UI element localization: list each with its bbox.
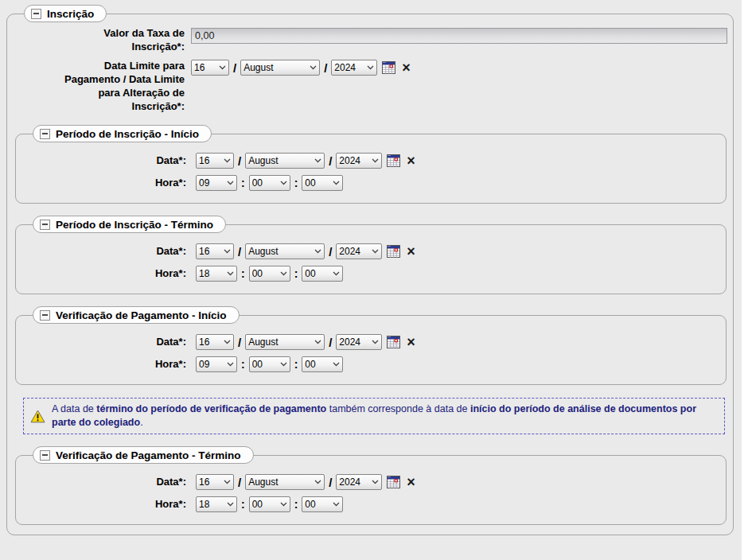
time-separator: : xyxy=(241,358,245,371)
deadline-label-line1: Data Limite para xyxy=(15,59,185,72)
collapse-minus-icon[interactable] xyxy=(40,129,50,139)
date-control: 16 / August / 2024 × xyxy=(196,243,415,260)
deadline-label-line4: Inscrição*: xyxy=(15,99,185,113)
fieldset-inscricao: Inscrição Valor da Taxa de Inscrição*: D… xyxy=(6,14,734,535)
clear-date-icon[interactable]: × xyxy=(407,335,415,349)
deadline-label-line2: Pagamento / Data Limite xyxy=(15,72,185,86)
day-select[interactable]: 16 xyxy=(191,60,229,76)
calendar-icon[interactable] xyxy=(387,245,400,258)
warning-text: A data de término do período de verifica… xyxy=(52,402,718,430)
minute-select[interactable]: 00 xyxy=(249,175,290,191)
date-separator: / xyxy=(329,245,332,259)
time-row: Hora*: 18 : 00 : 00 xyxy=(22,265,719,282)
hour-select[interactable]: 18 xyxy=(196,266,237,282)
minute-select[interactable]: 00 xyxy=(249,356,290,372)
day-select[interactable]: 16 xyxy=(196,334,234,350)
calendar-icon[interactable] xyxy=(387,336,400,348)
date-separator: / xyxy=(324,61,327,75)
warning-text-segment: término do período de verificação de pag… xyxy=(96,403,326,414)
second-select[interactable]: 00 xyxy=(302,175,343,191)
clear-date-icon[interactable]: × xyxy=(407,475,415,489)
time-label: Hora*: xyxy=(22,266,186,282)
collapse-minus-icon[interactable] xyxy=(40,450,50,461)
calendar-icon[interactable] xyxy=(382,61,395,74)
time-control: 18 : 00 : 00 xyxy=(196,496,343,513)
date-label: Data*: xyxy=(22,153,186,169)
warning-text-segment: também corresponde à data de xyxy=(326,403,470,414)
collapse-minus-icon[interactable] xyxy=(40,220,50,230)
second-select[interactable]: 00 xyxy=(302,496,343,512)
date-separator: / xyxy=(238,336,241,349)
warning-text-segment: A data de xyxy=(52,403,96,414)
time-control: 09 : 00 : 00 xyxy=(196,356,343,373)
time-separator: : xyxy=(241,177,245,189)
date-row: Data*: 16 / August / 2024 × xyxy=(22,152,719,169)
year-select[interactable]: 2024 xyxy=(336,474,382,490)
hour-select[interactable]: 09 xyxy=(196,356,237,372)
legend-verificacao-pagamento-termino: Verificação de Pagamento - Término xyxy=(33,446,254,464)
year-select[interactable]: 2024 xyxy=(336,153,382,169)
time-row: Hora*: 09 : 00 : 00 xyxy=(22,174,719,192)
collapse-minus-icon[interactable] xyxy=(31,9,41,19)
legend-periodo-inscricao-termino: Período de Inscrição - Término xyxy=(33,216,226,233)
deadline-label-line3: para Alteração de xyxy=(15,86,185,99)
legend-periodo-inscricao-inicio: Período de Inscrição - Início xyxy=(33,125,212,142)
day-select[interactable]: 16 xyxy=(196,474,234,490)
fee-control xyxy=(191,26,727,44)
month-select[interactable]: August xyxy=(245,334,325,350)
fieldset-periodo-inscricao-inicio: Período de Inscrição - Início Data*: 16 … xyxy=(15,134,727,204)
minus-glyph xyxy=(42,224,48,225)
hour-select[interactable]: 09 xyxy=(196,175,237,191)
year-select[interactable]: 2024 xyxy=(336,243,382,259)
date-row: Data*: 16 / August / 2024 × xyxy=(22,333,719,351)
month-select[interactable]: August xyxy=(245,243,325,259)
calendar-icon[interactable] xyxy=(387,476,400,488)
time-separator: : xyxy=(294,267,298,280)
date-row: Data*: 16 / August / 2024 × xyxy=(22,473,719,491)
legend-label: Inscrição xyxy=(47,8,94,20)
time-label: Hora*: xyxy=(22,175,186,191)
month-select[interactable]: August xyxy=(240,60,320,76)
month-select[interactable]: August xyxy=(245,153,325,169)
date-control: 16 / August / 2024 × xyxy=(196,333,415,351)
minus-glyph xyxy=(42,314,48,316)
fieldset-verificacao-pagamento-inicio: Verificação de Pagamento - Início Data*:… xyxy=(15,315,727,385)
date-label: Data*: xyxy=(22,334,186,350)
date-separator: / xyxy=(233,61,236,75)
minute-select[interactable]: 00 xyxy=(249,266,290,282)
date-label: Data*: xyxy=(22,243,186,259)
collapse-minus-icon[interactable] xyxy=(40,310,50,321)
second-select[interactable]: 00 xyxy=(302,356,343,372)
date-separator: / xyxy=(329,154,332,168)
legend-inscricao: Inscrição xyxy=(24,5,107,22)
date-separator: / xyxy=(238,476,241,489)
day-select[interactable]: 16 xyxy=(196,153,234,169)
minute-select[interactable]: 00 xyxy=(249,496,290,512)
hour-select[interactable]: 18 xyxy=(196,496,237,512)
date-control: 16 / August / 2024 × xyxy=(196,152,415,169)
clear-date-icon[interactable]: × xyxy=(407,154,415,168)
deadline-row: Data Limite para Pagamento / Data Limite… xyxy=(15,59,727,113)
date-control: 16 / August / 2024 × xyxy=(196,473,415,491)
time-separator: : xyxy=(294,358,298,371)
page-right-gutter xyxy=(742,0,748,560)
fieldset-periodo-inscricao-termino: Período de Inscrição - Término Data*: 16… xyxy=(15,224,727,294)
minus-glyph xyxy=(42,133,48,134)
clear-date-icon[interactable]: × xyxy=(407,244,415,259)
fee-input[interactable] xyxy=(191,28,727,44)
deadline-date-control: 16 / August / 2024 × xyxy=(191,59,411,76)
clear-date-icon[interactable]: × xyxy=(402,60,411,75)
calendar-icon[interactable] xyxy=(387,154,400,167)
fee-label-line2: Inscrição*: xyxy=(15,40,185,53)
day-select[interactable]: 16 xyxy=(196,243,234,259)
time-separator: : xyxy=(241,498,245,511)
second-select[interactable]: 00 xyxy=(302,266,343,282)
month-select[interactable]: August xyxy=(245,474,325,490)
deadline-label: Data Limite para Pagamento / Data Limite… xyxy=(15,59,185,113)
time-separator: : xyxy=(241,267,245,280)
fee-label-line1: Valor da Taxa de xyxy=(15,26,185,40)
warning-icon xyxy=(30,410,45,423)
year-select[interactable]: 2024 xyxy=(331,60,377,76)
fieldset-verificacao-pagamento-termino: Verificação de Pagamento - Término Data*… xyxy=(15,455,727,525)
year-select[interactable]: 2024 xyxy=(336,334,382,350)
